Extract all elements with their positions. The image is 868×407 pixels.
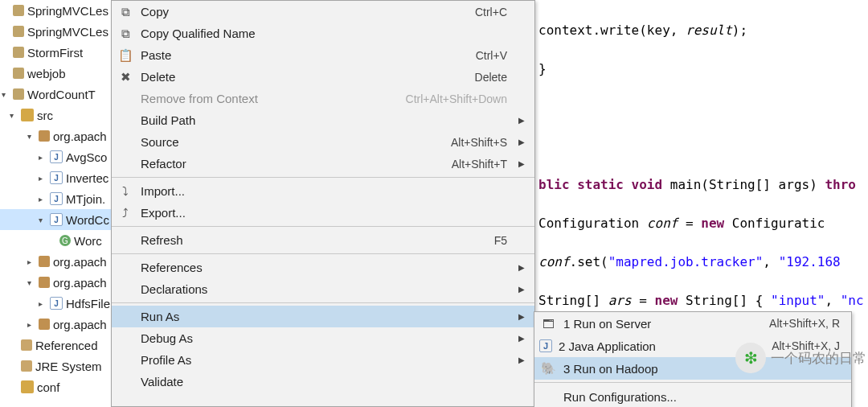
folder-icon bbox=[21, 380, 34, 393]
menu-item-build-path[interactable]: Build Path▶ bbox=[112, 109, 534, 131]
project-explorer[interactable]: SpringMVCLesSpringMVCLesStormFirstwebjob… bbox=[0, 0, 113, 407]
tree-label: org.apach bbox=[53, 318, 107, 331]
java-icon: J bbox=[50, 150, 63, 163]
menu-label: Validate bbox=[141, 375, 501, 388]
blank-icon bbox=[539, 389, 557, 404]
tree-node[interactable]: ▸JAvgSco bbox=[0, 146, 113, 167]
tree-node[interactable]: ▸org.apach bbox=[0, 314, 113, 335]
menu-item-delete[interactable]: ✖DeleteDelete bbox=[112, 66, 534, 88]
menu-label: References bbox=[141, 261, 501, 274]
menu-label: Delete bbox=[141, 70, 469, 84]
export-icon: ⤴ bbox=[117, 206, 134, 220]
tree-node[interactable]: StormFirst bbox=[0, 42, 113, 63]
menu-separator bbox=[112, 177, 534, 178]
tree-node[interactable]: ▾org.apach bbox=[0, 125, 113, 146]
tree-label: Invertec bbox=[66, 171, 108, 185]
class-icon: G bbox=[59, 235, 71, 246]
menu-label: Copy bbox=[141, 5, 469, 18]
menu-label: Debug As bbox=[141, 331, 501, 345]
watermark: ❇ 一个码农的日常 bbox=[735, 343, 866, 373]
expand-arrow-icon[interactable]: ▸ bbox=[39, 299, 47, 308]
expand-arrow-icon[interactable]: ▾ bbox=[2, 90, 10, 99]
tree-node[interactable]: conf bbox=[0, 376, 113, 397]
menu-item-references[interactable]: References▶ bbox=[112, 257, 534, 278]
blank-icon bbox=[117, 92, 134, 106]
tree-node[interactable]: SpringMVCLes bbox=[0, 0, 113, 21]
menu-item-import-[interactable]: ⤵Import... bbox=[112, 180, 534, 202]
submenu-arrow-icon: ▶ bbox=[514, 116, 525, 125]
tree-node[interactable]: ▾JWordCc bbox=[0, 209, 113, 230]
context-menu[interactable]: ⧉CopyCtrl+C⧉Copy Qualified Name📋PasteCtr… bbox=[111, 0, 535, 407]
menu-separator bbox=[112, 253, 534, 254]
tree-node[interactable]: ▾WordCountT bbox=[0, 84, 113, 105]
tree-node[interactable]: SpringMVCLes bbox=[0, 21, 113, 42]
blank-icon bbox=[117, 282, 134, 297]
tree-label: org.apach bbox=[53, 130, 107, 143]
menu-item-paste[interactable]: 📋PasteCtrl+V bbox=[112, 44, 534, 66]
menu-accelerator: F5 bbox=[494, 234, 507, 247]
tree-node[interactable]: JRE System bbox=[0, 356, 113, 376]
menu-accelerator: Delete bbox=[475, 71, 507, 84]
submenu-arrow-icon: ▶ bbox=[514, 285, 525, 294]
menu-item-export-[interactable]: ⤴Export... bbox=[112, 202, 534, 224]
tree-node[interactable]: ▾src bbox=[0, 105, 113, 125]
package-icon bbox=[39, 277, 50, 288]
menu-item-declarations[interactable]: Declarations▶ bbox=[112, 278, 534, 300]
expand-arrow-icon[interactable]: ▾ bbox=[27, 278, 35, 287]
expand-arrow-icon[interactable]: ▸ bbox=[27, 320, 35, 329]
delete-icon: ✖ bbox=[117, 70, 134, 84]
menu-item-copy-qualified-name[interactable]: ⧉Copy Qualified Name bbox=[112, 23, 534, 44]
tree-node[interactable]: ▸JInvertec bbox=[0, 167, 113, 188]
proj-icon bbox=[13, 68, 24, 79]
menu-label: Run As bbox=[141, 310, 501, 323]
tree-node[interactable]: GWorc bbox=[0, 230, 113, 251]
import-icon: ⤵ bbox=[117, 184, 134, 199]
menu-item-source[interactable]: SourceAlt+Shift+S▶ bbox=[112, 131, 534, 153]
lib-icon bbox=[21, 339, 32, 351]
menu-label: Run Configurations... bbox=[563, 390, 833, 404]
wechat-icon: ❇ bbox=[735, 343, 766, 373]
submenu-item-1-run-on-server[interactable]: 🗔1 Run on ServerAlt+Shift+X, R bbox=[534, 312, 851, 335]
tree-node[interactable]: ▸JHdfsFile bbox=[0, 293, 113, 314]
paste-icon: 📋 bbox=[117, 48, 134, 63]
expand-arrow-icon[interactable]: ▸ bbox=[39, 174, 47, 183]
submenu-arrow-icon: ▶ bbox=[514, 159, 525, 168]
copy-icon: ⧉ bbox=[117, 5, 134, 19]
package-icon bbox=[39, 256, 50, 267]
submenu-arrow-icon: ▶ bbox=[514, 334, 525, 343]
menu-item-remove-from-context: Remove from ContextCtrl+Alt+Shift+Down bbox=[112, 88, 534, 109]
menu-label: Copy Qualified Name bbox=[141, 27, 501, 40]
expand-arrow-icon[interactable]: ▾ bbox=[27, 132, 35, 141]
menu-accelerator: Alt+Shift+S bbox=[451, 136, 507, 149]
tree-label: SpringMVCLes bbox=[27, 4, 108, 18]
tree-node[interactable]: ▾org.apach bbox=[0, 272, 113, 293]
menu-separator bbox=[534, 382, 851, 383]
menu-item-refresh[interactable]: RefreshF5 bbox=[112, 229, 534, 251]
expand-arrow-icon[interactable]: ▸ bbox=[27, 257, 35, 266]
menu-accelerator: Ctrl+V bbox=[476, 49, 507, 62]
java-icon: J bbox=[539, 339, 552, 352]
submenu-item-run-configurations-[interactable]: Run Configurations... bbox=[534, 385, 851, 407]
expand-arrow-icon[interactable]: ▸ bbox=[39, 153, 47, 162]
submenu-arrow-icon: ▶ bbox=[514, 356, 525, 364]
menu-label: Import... bbox=[141, 184, 501, 198]
proj-icon bbox=[13, 47, 24, 58]
menu-item-profile-as[interactable]: Profile As▶ bbox=[112, 349, 534, 371]
package-icon bbox=[39, 319, 50, 330]
tree-node[interactable]: ▸org.apach bbox=[0, 251, 113, 272]
expand-arrow-icon[interactable]: ▸ bbox=[39, 195, 47, 204]
menu-item-copy[interactable]: ⧉CopyCtrl+C bbox=[112, 1, 534, 23]
tree-node[interactable]: ▸JMTjoin. bbox=[0, 188, 113, 209]
menu-accelerator: Ctrl+C bbox=[475, 6, 507, 18]
code-editor[interactable]: context.write(key, result); } blic stati… bbox=[535, 0, 868, 311]
menu-item-refactor[interactable]: RefactorAlt+Shift+T▶ bbox=[112, 153, 534, 175]
expand-arrow-icon[interactable]: ▾ bbox=[10, 111, 18, 120]
tree-node[interactable]: webjob bbox=[0, 63, 113, 84]
expand-arrow-icon[interactable]: ▾ bbox=[39, 216, 47, 224]
proj-icon bbox=[13, 5, 24, 16]
menu-item-validate[interactable]: Validate bbox=[112, 371, 534, 393]
menu-item-debug-as[interactable]: Debug As▶ bbox=[112, 327, 534, 349]
tree-node[interactable]: Referenced bbox=[0, 335, 113, 356]
menu-separator bbox=[112, 302, 534, 303]
menu-item-run-as[interactable]: Run As▶ bbox=[112, 306, 534, 327]
